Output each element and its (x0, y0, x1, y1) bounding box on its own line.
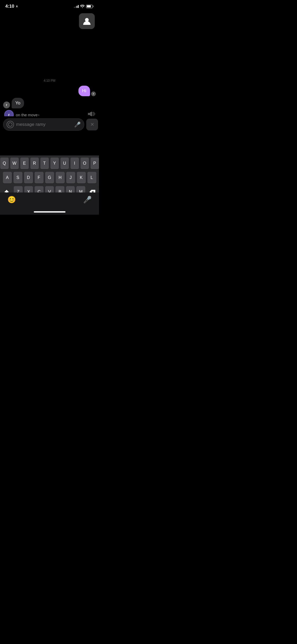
message-input-container[interactable]: 🎤 (3, 118, 84, 131)
contact-avatar[interactable] (79, 13, 95, 29)
key-a[interactable]: A (3, 172, 12, 183)
status-bar: 4:10 (0, 0, 99, 11)
key-t[interactable]: T (40, 158, 49, 169)
sender-avatar-small: r (91, 91, 96, 96)
message-timestamp: 4:10 PM (3, 79, 96, 82)
key-p[interactable]: P (91, 158, 99, 169)
chat-area: 4:10 PM Hi r r Yo r on the move › (0, 32, 99, 125)
dictation-button[interactable]: 🎤 (83, 196, 92, 204)
key-k[interactable]: K (77, 172, 86, 183)
key-y[interactable]: Y (50, 158, 59, 169)
receiver-avatar-small: r (3, 102, 10, 108)
keyboard: Q W E R T Y U I O P A S D F G H J K L Z … (0, 155, 99, 215)
svg-point-0 (85, 18, 89, 22)
key-e[interactable]: E (20, 158, 29, 169)
send-button[interactable]: ✕ (86, 119, 98, 130)
mic-icon-input[interactable]: 🎤 (74, 121, 81, 128)
battery-icon (86, 5, 94, 8)
key-i[interactable]: I (70, 158, 79, 169)
keyboard-row-1: Q W E R T Y U I O P (1, 158, 98, 169)
emoji-button[interactable]: 😊 (7, 196, 16, 204)
signal-bars-icon (74, 5, 79, 8)
keyboard-row-2: A S D F G H J K L (1, 172, 98, 183)
camera-icon[interactable] (7, 121, 14, 128)
status-time: 4:10 (5, 4, 18, 9)
key-h[interactable]: H (56, 172, 65, 183)
loudspeaker-icon (88, 111, 96, 117)
message-row-sent: Hi r (3, 86, 96, 96)
wifi-icon (80, 5, 84, 8)
key-d[interactable]: D (24, 172, 33, 183)
key-o[interactable]: O (81, 158, 89, 169)
svg-rect-1 (88, 113, 90, 115)
key-f[interactable]: F (35, 172, 44, 183)
location-icon (15, 5, 18, 8)
send-button-icon: ✕ (90, 122, 94, 127)
home-indicator (34, 211, 65, 213)
key-w[interactable]: W (10, 158, 19, 169)
message-bubble-yo: Yo (12, 98, 24, 108)
message-input[interactable] (16, 122, 72, 127)
key-l[interactable]: L (87, 172, 96, 183)
keyboard-bottom-bar: 😊 🎤 (0, 192, 99, 215)
key-u[interactable]: U (60, 158, 69, 169)
status-icons (74, 5, 94, 8)
message-row-received: r Yo (3, 98, 96, 108)
key-s[interactable]: S (13, 172, 22, 183)
message-bubble-hi: Hi (78, 86, 90, 96)
key-q[interactable]: Q (0, 158, 9, 169)
person-icon (82, 16, 92, 26)
key-j[interactable]: J (66, 172, 75, 183)
input-bar: 🎤 ✕ (0, 116, 99, 133)
key-r[interactable]: R (30, 158, 39, 169)
key-g[interactable]: G (45, 172, 54, 183)
